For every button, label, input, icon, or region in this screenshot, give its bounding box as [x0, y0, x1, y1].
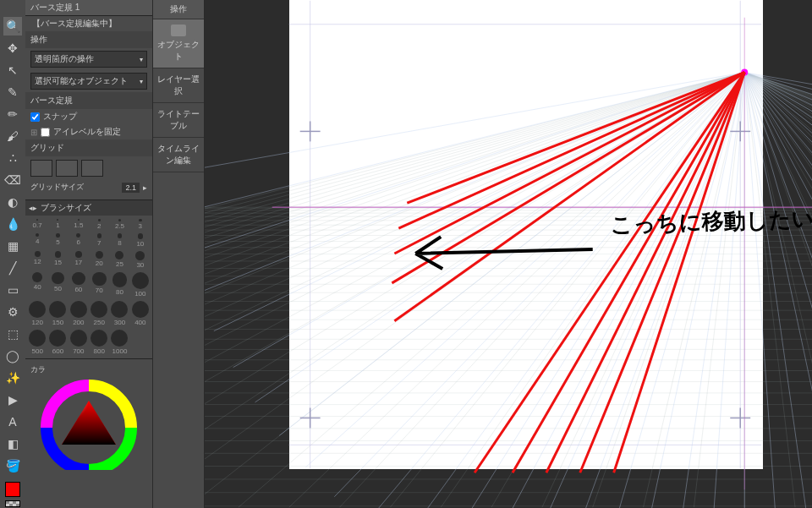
svg-line-59 — [744, 73, 812, 508]
section-operate: 操作 — [25, 31, 152, 48]
brush-preset[interactable]: 150 — [47, 299, 68, 328]
brush-preset[interactable]: 4 — [27, 232, 47, 249]
brush-preset[interactable]: 500 — [27, 328, 47, 357]
grid-xy-button[interactable] — [30, 160, 52, 177]
brush-preset[interactable]: 2 — [89, 217, 109, 232]
color-panel: カラ — [25, 358, 152, 473]
brush-preset[interactable]: 20 — [89, 249, 109, 270]
svg-line-17 — [205, 73, 744, 508]
svg-line-130 — [744, 73, 812, 508]
droplet-icon[interactable]: 💧 — [3, 215, 22, 233]
ellipse-icon[interactable]: ◯ — [3, 347, 22, 365]
svg-line-10 — [205, 73, 744, 508]
arrow-icon[interactable]: ↖ — [3, 61, 22, 79]
collapse-icon[interactable]: ◂▸ — [29, 204, 37, 212]
grid-xz-button[interactable] — [81, 160, 103, 177]
brush-preset[interactable]: 7 — [89, 232, 109, 249]
frame-icon[interactable]: ▦ — [3, 237, 22, 255]
blend-icon[interactable]: ◐ — [3, 193, 22, 211]
brush-preset[interactable]: 700 — [69, 328, 89, 357]
svg-line-128 — [744, 73, 812, 508]
brush-preset[interactable]: 400 — [130, 299, 151, 328]
brush-preset[interactable]: 70 — [89, 270, 109, 299]
brush-icon[interactable]: 🖌 — [3, 127, 22, 145]
snap-checkbox[interactable] — [30, 112, 40, 122]
subtool-layer-select[interactable]: レイヤー選択 — [153, 68, 204, 103]
svg-line-56 — [744, 73, 812, 508]
pencil-icon[interactable]: ✏ — [3, 105, 22, 123]
dropdown-transparent[interactable]: 透明箇所の操作▾ — [30, 51, 147, 68]
grid-size-value[interactable]: 2.1 — [122, 183, 140, 193]
brush-preset[interactable]: 100 — [130, 270, 151, 299]
brush-preset[interactable]: 0.7 — [27, 217, 47, 232]
settings-icon[interactable]: ⚙ — [3, 303, 22, 321]
marquee-icon[interactable]: ⬚ — [3, 325, 22, 343]
gradient-icon[interactable]: ◧ — [3, 434, 22, 453]
brush-preset[interactable]: 8 — [109, 232, 129, 249]
brush-preset[interactable]: 120 — [27, 299, 47, 328]
subtool-header[interactable]: 操作 — [153, 0, 204, 19]
brush-preset[interactable]: 250 — [89, 299, 109, 328]
brush-preset[interactable]: 10 — [130, 232, 151, 249]
svg-line-39 — [744, 73, 812, 508]
dropdown-selectable[interactable]: 選択可能なオブジェクト▾ — [30, 73, 147, 90]
brush-preset[interactable]: 5 — [47, 232, 68, 249]
snap-label: スナップ — [43, 111, 77, 123]
brush-preset[interactable]: 30 — [130, 249, 151, 270]
background-color[interactable] — [5, 500, 20, 507]
svg-line-55 — [744, 73, 812, 508]
spray-icon[interactable]: ∴ — [3, 149, 22, 167]
svg-line-18 — [205, 73, 744, 508]
wand-icon[interactable]: ✨ — [3, 369, 22, 387]
subtool-light-table[interactable]: ライトテーブル — [153, 103, 204, 138]
picker-icon[interactable]: ▶ — [3, 391, 22, 409]
subtool-object[interactable]: オブジェクト — [153, 19, 204, 68]
brush-preset[interactable]: 50 — [47, 270, 68, 299]
fix-eyelevel-checkbox[interactable] — [41, 128, 50, 137]
section-grid: グリッド — [25, 139, 152, 156]
canvas-area[interactable]: こっちに移動したい — [205, 0, 812, 508]
magnifier-icon[interactable]: 🔍 — [3, 17, 22, 36]
brush-preset[interactable]: 2.5 — [109, 217, 129, 232]
brush-preset[interactable]: 1000 — [109, 328, 129, 357]
brush-preset[interactable]: 6 — [69, 232, 89, 249]
brush-preset[interactable]: 15 — [47, 249, 68, 270]
svg-line-117 — [622, 73, 744, 508]
brush-preset[interactable]: 80 — [109, 270, 129, 299]
brush-preset[interactable]: 60 — [69, 270, 89, 299]
eraser-icon[interactable]: ⌫ — [3, 171, 22, 189]
panel-tab[interactable]: バース定規 1 — [25, 0, 152, 16]
svg-line-58 — [744, 73, 812, 508]
brush-preset[interactable]: 600 — [47, 328, 68, 357]
svg-line-3 — [205, 73, 744, 508]
svg-line-124 — [744, 73, 812, 508]
stepper-icon[interactable]: ▸ — [143, 183, 147, 192]
brush-preset[interactable]: 800 — [89, 328, 109, 357]
brush-preset[interactable]: 12 — [27, 249, 47, 270]
panel-subtitle: 【バース定規編集中】 — [25, 16, 152, 31]
svg-line-6 — [205, 73, 744, 508]
color-wheel[interactable] — [34, 377, 144, 470]
grid-yz-button[interactable] — [56, 160, 78, 177]
brush-preset[interactable]: 3 — [130, 217, 151, 232]
rect-icon[interactable]: ▭ — [3, 281, 22, 299]
svg-line-122 — [744, 73, 812, 508]
brush-preset[interactable]: 300 — [109, 299, 129, 328]
brush-preset[interactable]: 1.5 — [69, 217, 89, 232]
svg-line-129 — [744, 73, 812, 508]
subtool-timeline[interactable]: タイムライン編集 — [153, 138, 204, 172]
brush-preset[interactable]: 17 — [69, 249, 89, 270]
svg-line-23 — [205, 73, 744, 508]
svg-line-45 — [744, 73, 812, 508]
move-icon[interactable]: ✥ — [3, 39, 22, 57]
svg-line-60 — [744, 73, 812, 508]
pen-icon[interactable]: ✎ — [3, 83, 22, 101]
brush-preset[interactable]: 1 — [47, 217, 68, 232]
brush-preset[interactable]: 200 — [69, 299, 89, 328]
fill-icon[interactable]: 🪣 — [3, 456, 22, 475]
text-icon[interactable]: A — [3, 412, 22, 431]
brush-preset[interactable]: 40 — [27, 270, 47, 299]
foreground-color[interactable] — [5, 482, 20, 497]
line-icon[interactable]: ╱ — [3, 259, 22, 277]
brush-preset[interactable]: 25 — [109, 249, 129, 270]
